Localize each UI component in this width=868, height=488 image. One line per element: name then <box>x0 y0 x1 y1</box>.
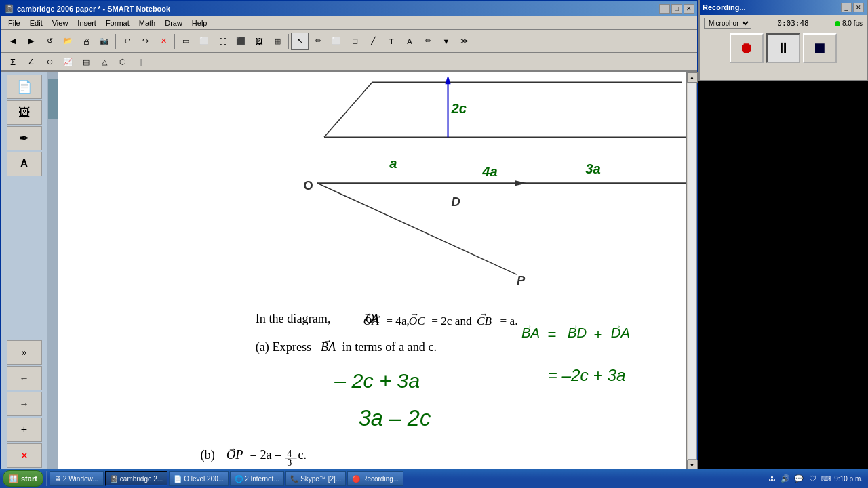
pen-tool[interactable]: ✏ <box>309 33 327 50</box>
title-buttons: _ □ ✕ <box>659 4 694 14</box>
select-tool[interactable]: ↖ <box>291 33 309 50</box>
protractor-btn[interactable]: ⊙ <box>41 53 58 70</box>
more-tools-btn[interactable]: ≫ <box>456 33 473 50</box>
color-btn2[interactable]: ▼ <box>437 33 455 50</box>
redo-button[interactable]: ↪ <box>136 33 154 50</box>
recording-minimize-btn[interactable]: _ <box>841 3 852 12</box>
menu-bar: File Edit View Insert Format Math Draw H… <box>1 16 697 30</box>
table2-btn[interactable]: ▤ <box>77 53 95 70</box>
menu-math[interactable]: Math <box>135 18 159 28</box>
eraser-tool[interactable]: ⬜ <box>328 33 345 50</box>
scroll-track[interactable] <box>688 83 697 460</box>
record-button[interactable]: ⏺ <box>730 33 764 63</box>
recording-close-btn[interactable]: ✕ <box>853 3 864 12</box>
minimize-button[interactable]: _ <box>659 4 670 14</box>
page-bar[interactable] <box>47 72 58 470</box>
svg-text:= 2a –: = 2a – <box>250 448 282 462</box>
rect-select-button[interactable]: ▭ <box>177 33 195 50</box>
back-button[interactable]: ◀ <box>4 33 22 50</box>
sigma-btn[interactable]: Σ <box>4 53 22 70</box>
taskbar-internet[interactable]: 🌐 2 Internet... <box>230 471 284 486</box>
menu-file[interactable]: File <box>4 18 24 28</box>
text-sidebar-tool[interactable]: A <box>7 152 42 176</box>
menu-help[interactable]: Help <box>188 18 212 28</box>
svg-text:OA: OA <box>363 314 379 327</box>
menu-edit[interactable]: Edit <box>26 18 47 28</box>
camera-button[interactable]: 📷 <box>96 33 113 50</box>
taskbar-cambridge[interactable]: 📓 cambridge 2... <box>105 471 167 486</box>
svg-text:BD: BD <box>568 325 587 340</box>
svg-text:3a: 3a <box>585 161 601 176</box>
mic-dropdown[interactable]: Microphone Line In No Audio <box>704 18 751 29</box>
cursor-indicator: | <box>132 53 150 70</box>
nav-back-btn[interactable]: ← <box>7 366 42 390</box>
tray-msg-icon[interactable]: 💬 <box>793 473 804 484</box>
color-btn1[interactable]: ✏ <box>419 33 437 50</box>
stop-button[interactable]: ⏹ <box>803 33 837 63</box>
menu-insert[interactable]: Insert <box>73 18 100 28</box>
tray-volume-icon[interactable]: 🔊 <box>780 473 791 484</box>
menu-format[interactable]: Format <box>102 18 134 28</box>
title-bar-left: 📓 cambridge 2006 paper * - SMART Noteboo… <box>4 4 170 14</box>
expand-sidebar-btn[interactable]: » <box>7 340 42 365</box>
app-icon: 📓 <box>4 4 14 14</box>
svg-text:DA: DA <box>611 325 630 340</box>
pen-sidebar-tool[interactable]: ✒ <box>7 126 42 150</box>
taskbar-recording[interactable]: 🔴 Recording... <box>347 471 403 486</box>
nav-forward-btn[interactable]: → <box>7 392 42 416</box>
window-button[interactable]: ⬜ <box>195 33 213 50</box>
svg-text:(b): (b) <box>201 448 215 462</box>
print-button[interactable]: 🖨 <box>77 33 95 50</box>
menu-view[interactable]: View <box>48 18 73 28</box>
image-sidebar-tool[interactable]: 🖼 <box>7 100 42 125</box>
text-tool-btn[interactable]: T <box>382 33 400 50</box>
delete-button[interactable]: ✕ <box>155 33 172 50</box>
svg-text:in terms of a and c.: in terms of a and c. <box>342 340 437 354</box>
undo-button[interactable]: ↩ <box>118 33 136 50</box>
open-button[interactable]: 📂 <box>59 33 77 50</box>
taskbar-windows[interactable]: 🖥 2 Window... <box>50 471 104 486</box>
angle-btn[interactable]: ∠ <box>22 53 40 70</box>
svg-text:OP: OP <box>226 448 243 462</box>
svg-text:= 4a,: = 4a, <box>386 314 410 327</box>
svg-text:=: = <box>548 326 557 343</box>
right-scrollbar[interactable]: ▲ ▼ <box>686 72 697 470</box>
fullscreen-button[interactable]: ⛶ <box>214 33 231 50</box>
img-button[interactable]: 🖼 <box>250 33 268 50</box>
svg-text:2c: 2c <box>451 101 467 116</box>
canvas-area[interactable]: 2c a 4a 3a O A D P <box>58 72 686 470</box>
taskbar-skype[interactable]: 📞 Skype™ [2]... <box>285 471 346 486</box>
start-button[interactable]: 🪟 start <box>3 470 43 487</box>
close-sidebar-btn[interactable]: ✕ <box>7 443 42 468</box>
taskbar-olevel[interactable]: 📄 O level 200... <box>169 471 229 486</box>
shapes-tool[interactable]: ◻ <box>346 33 363 50</box>
title-bar: 📓 cambridge 2006 paper * - SMART Noteboo… <box>1 1 697 16</box>
line-tool[interactable]: ╱ <box>364 33 382 50</box>
tray-network-icon[interactable]: 🖧 <box>766 473 777 484</box>
timer-display: 0:03:48 <box>777 19 808 28</box>
geo-tri-btn[interactable]: △ <box>96 53 113 70</box>
tray-kb-icon[interactable]: ⌨ <box>821 473 831 484</box>
graph-btn[interactable]: 📈 <box>59 53 77 70</box>
geo-sq-btn[interactable]: ⬡ <box>114 53 132 70</box>
content-area: 📄 🖼 ✒ A » ← → + ✕ <box>1 72 697 470</box>
recording-title: Recording... <box>703 3 746 12</box>
screen2-button[interactable]: ⬛ <box>232 33 250 50</box>
zoom-in-btn[interactable]: + <box>7 418 42 442</box>
taskbar-skype-label: Skype™ [2]... <box>300 475 341 483</box>
svg-text:= –2c + 3a: = –2c + 3a <box>548 366 626 384</box>
close-button[interactable]: ✕ <box>684 4 694 14</box>
svg-text:a: a <box>389 156 397 171</box>
refresh-button[interactable]: ↺ <box>41 33 58 50</box>
svg-text:(a)   Express: (a) Express <box>256 340 312 354</box>
forward-button[interactable]: ▶ <box>22 33 40 50</box>
maximize-button[interactable]: □ <box>671 4 682 14</box>
scroll-up-arrow[interactable]: ▲ <box>687 72 698 83</box>
pause-button[interactable]: ⏸ <box>766 33 800 63</box>
fill-tool[interactable]: A <box>401 33 418 50</box>
page-thumbnails-tool[interactable]: 📄 <box>7 75 42 99</box>
menu-draw[interactable]: Draw <box>161 18 186 28</box>
tray-shield-icon[interactable]: 🛡 <box>807 473 818 484</box>
main-window: 📓 cambridge 2006 paper * - SMART Noteboo… <box>0 0 698 488</box>
table-button[interactable]: ▦ <box>269 33 286 50</box>
